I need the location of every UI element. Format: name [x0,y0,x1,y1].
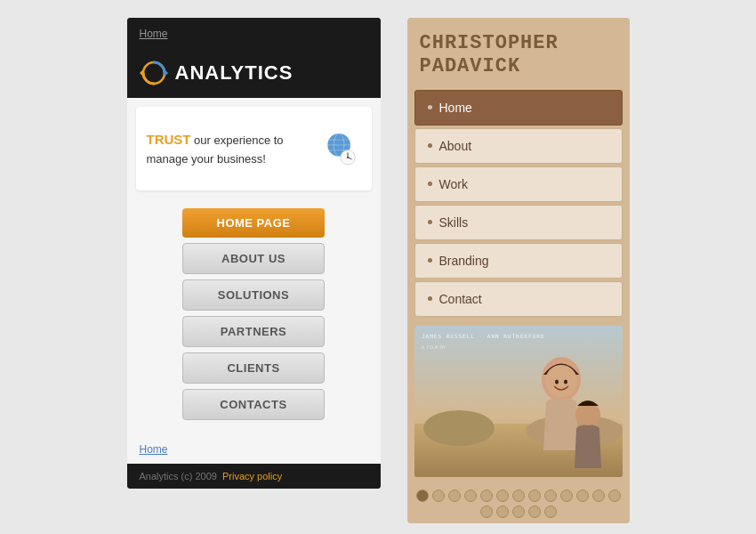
image-dot-11[interactable] [576,490,589,502]
svg-point-20 [564,379,567,384]
image-dot-8[interactable] [528,490,541,502]
right-nav-branding[interactable]: Branding [414,243,623,279]
nav-btn-aboutus[interactable]: ABOUT US [182,243,325,274]
copyright-text: Analytics (c) 2009 [140,471,217,481]
left-panel: Home ANALYTICS TRUST our experience to m… [127,18,381,489]
image-dot-2[interactable] [432,490,445,502]
image-dot-9[interactable] [544,490,557,502]
nav-btn-contacts[interactable]: CONTACTS [182,389,325,420]
nav-dot [428,296,432,301]
image-dots-row [407,484,630,523]
image-dot-15[interactable] [496,506,509,518]
right-nav: Home About Work Skills Branding Contact [407,90,630,317]
globe-clock-icon [319,117,361,180]
nav-dot [428,105,432,109]
title-line1: CHRISTOPHER [420,32,617,55]
right-nav-skills-label: Skills [439,215,469,230]
logo-bar: ANALYTICS [127,48,381,98]
svg-point-12 [347,157,349,158]
right-nav-work[interactable]: Work [414,166,623,202]
right-panel-title: CHRISTOPHER PADAVICK [407,18,630,90]
svg-point-21 [575,402,600,427]
image-dot-17[interactable] [528,506,541,518]
image-dot-14[interactable] [480,506,493,518]
nav-dot [428,182,432,186]
logo-text: ANALYTICS [175,61,294,85]
image-dot-7[interactable] [512,490,525,502]
svg-text:JAMES RUSSELL · ANN RUTHERFORD: JAMES RUSSELL · ANN RUTHERFORD [422,333,544,339]
nav-btn-homepage[interactable]: HOME PAGE [182,208,325,238]
nav-dot [428,143,432,148]
image-dot-12[interactable] [592,490,605,502]
right-nav-contact[interactable]: Contact [414,281,623,317]
image-dot-1[interactable] [416,490,429,502]
image-dot-13[interactable] [608,490,621,502]
image-dot-5[interactable] [480,490,493,502]
left-top-bar: Home [127,18,381,48]
right-nav-home[interactable]: Home [414,90,623,125]
image-dot-3[interactable] [448,490,461,502]
right-panel: CHRISTOPHER PADAVICK Home About Work Ski… [407,18,630,523]
nav-buttons: HOME PAGE ABOUT US SOLUTIONS PARTNERS CL… [127,199,381,433]
logo-icon [140,59,168,87]
right-image-bg: JAMES RUSSELL · ANN RUTHERFORD A FILM BY [414,326,623,477]
right-image-section: JAMES RUSSELL · ANN RUTHERFORD A FILM BY [414,326,623,477]
right-nav-home-label: Home [439,101,472,115]
right-nav-contact-label: Contact [439,292,482,306]
right-nav-work-label: Work [439,177,468,191]
right-nav-about[interactable]: About [414,128,623,164]
left-footer-link-area: Home [127,433,381,464]
nav-btn-clients[interactable]: CLIENTS [182,352,325,384]
image-dot-4[interactable] [464,490,477,502]
svg-point-15 [423,410,495,446]
home-link-bottom[interactable]: Home [140,443,168,456]
svg-marker-1 [165,69,168,77]
svg-point-18 [545,365,577,397]
left-content: ANALYTICS TRUST our experience to manage… [127,48,381,464]
image-dot-6[interactable] [496,490,509,502]
right-nav-skills[interactable]: Skills [414,205,623,240]
svg-marker-2 [140,69,143,77]
home-link-top[interactable]: Home [140,28,168,40]
right-nav-branding-label: Branding [439,254,489,268]
left-bottom-bar: Analytics (c) 2009 Privacy policy [127,464,381,489]
right-nav-about-label: About [439,139,472,153]
image-dot-10[interactable] [560,490,573,502]
image-dot-16[interactable] [512,506,525,518]
nav-dot [428,220,432,224]
svg-point-19 [555,379,559,384]
nav-btn-partners[interactable]: PARTNERS [182,316,325,347]
title-line2: PADAVICK [420,55,617,78]
hero-section: TRUST our experience to manage your busi… [136,107,372,190]
svg-text:A FILM BY: A FILM BY [422,344,446,350]
nav-dot [428,258,432,263]
nav-btn-solutions[interactable]: SOLUTIONS [182,279,325,311]
trust-word: TRUST [147,132,191,147]
image-dot-18[interactable] [544,506,557,518]
hero-image-svg: JAMES RUSSELL · ANN RUTHERFORD A FILM BY [414,326,623,477]
hero-text: TRUST our experience to manage your busi… [147,130,319,167]
privacy-policy-link[interactable]: Privacy policy [222,471,282,481]
